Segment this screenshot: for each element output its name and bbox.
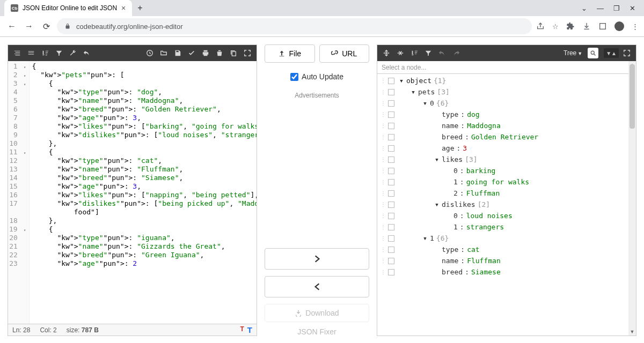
print-icon[interactable] xyxy=(200,47,211,59)
drag-handle-icon[interactable]: ⋮⋮ xyxy=(380,123,386,129)
redo-tree-icon[interactable] xyxy=(450,47,462,59)
tree-row[interactable]: ⋮⋮type : cat xyxy=(377,244,636,255)
chevron-down-icon[interactable]: ⌄ xyxy=(581,4,587,12)
scroll-down-icon[interactable]: ▼ xyxy=(628,328,636,335)
tree-row[interactable]: ⋮⋮type : dog xyxy=(377,109,636,120)
format-icon[interactable] xyxy=(11,47,23,59)
transfer-right-button[interactable] xyxy=(265,248,369,270)
drag-handle-icon[interactable]: ⋮⋮ xyxy=(380,145,386,151)
transfer-left-button[interactable] xyxy=(265,276,369,297)
download-icon[interactable] xyxy=(582,22,591,31)
drag-handle-icon[interactable]: ⋮⋮ xyxy=(380,111,386,117)
copy-icon[interactable] xyxy=(228,47,239,59)
file-button[interactable]: File xyxy=(265,44,315,63)
drag-handle-icon[interactable]: ⋮⋮ xyxy=(380,134,386,140)
tree-row[interactable]: ⋮⋮name : Maddogna xyxy=(377,120,636,131)
scroll-thumb[interactable] xyxy=(630,64,635,129)
sort-tree-icon[interactable] xyxy=(408,47,420,59)
compact-icon[interactable] xyxy=(25,47,37,59)
tree-checkbox[interactable] xyxy=(388,213,394,219)
tree-view[interactable]: ⋮⋮▼object {1}⋮⋮▼pets [3]⋮⋮▼0 {6}⋮⋮type :… xyxy=(377,74,636,335)
tree-checkbox[interactable] xyxy=(388,100,394,107)
drag-handle-icon[interactable]: ⋮⋮ xyxy=(380,179,386,185)
tree-row[interactable]: ⋮⋮breed : Siamese xyxy=(377,266,636,278)
node-path-input[interactable]: Select a node... xyxy=(377,61,636,74)
json-fixer-link[interactable]: JSON Fixer xyxy=(265,327,369,336)
tree-row[interactable]: ⋮⋮▼1 {6} xyxy=(377,233,636,244)
tree-row[interactable]: ⋮⋮age : 3 xyxy=(377,143,636,154)
tree-row[interactable]: ⋮⋮2 : Fluffman xyxy=(377,188,636,199)
tree-checkbox[interactable] xyxy=(388,179,394,185)
undo-tree-icon[interactable] xyxy=(436,47,448,59)
save-icon[interactable] xyxy=(172,47,184,59)
extensions-icon[interactable] xyxy=(566,22,575,31)
tree-checkbox[interactable] xyxy=(388,269,394,275)
download-button[interactable]: Download xyxy=(265,304,369,322)
tree-row[interactable]: ⋮⋮1 : going for walks xyxy=(377,176,636,188)
tree-row[interactable]: ⋮⋮▼likes [3] xyxy=(377,154,636,165)
mode-dropdown[interactable]: Tree▼ xyxy=(560,49,586,57)
tree-row[interactable]: ⋮⋮▼dislikes [2] xyxy=(377,199,636,210)
drag-handle-icon[interactable]: ⋮⋮ xyxy=(380,202,386,207)
drag-handle-icon[interactable]: ⋮⋮ xyxy=(380,89,386,95)
tree-row[interactable]: ⋮⋮▼0 {6} xyxy=(377,98,636,109)
tree-checkbox[interactable] xyxy=(388,224,394,230)
tree-row[interactable]: ⋮⋮0 : barking xyxy=(377,165,636,176)
drag-handle-icon[interactable]: ⋮⋮ xyxy=(380,247,386,252)
reload-button[interactable]: ⟳ xyxy=(40,21,53,32)
tree-checkbox[interactable] xyxy=(388,168,394,174)
auto-update-checkbox[interactable] xyxy=(290,73,298,81)
drag-handle-icon[interactable]: ⋮⋮ xyxy=(380,258,386,264)
repair-icon[interactable] xyxy=(67,47,79,59)
tree-checkbox[interactable] xyxy=(388,89,394,95)
tree-scrollbar[interactable]: ▲ ▼ xyxy=(628,61,636,335)
drag-handle-icon[interactable]: ⋮⋮ xyxy=(380,190,386,196)
delete-icon[interactable] xyxy=(214,47,225,59)
caret-icon[interactable]: ▼ xyxy=(422,101,428,106)
drag-handle-icon[interactable]: ⋮⋮ xyxy=(380,235,386,241)
caret-icon[interactable]: ▼ xyxy=(411,90,416,95)
tree-checkbox[interactable] xyxy=(388,145,394,152)
caret-icon[interactable]: ▼ xyxy=(399,78,404,84)
star-icon[interactable]: ☆ xyxy=(552,23,559,31)
tree-row[interactable]: ⋮⋮1 : strangers xyxy=(377,221,636,233)
tree-row[interactable]: ⋮⋮0 : loud noises xyxy=(377,210,636,221)
caret-icon[interactable]: ▼ xyxy=(434,202,440,207)
undo-icon[interactable] xyxy=(81,47,93,59)
url-bar[interactable]: codebeautify.org/online-json-editor xyxy=(57,18,532,34)
minimize-icon[interactable]: — xyxy=(597,4,604,12)
tree-checkbox[interactable] xyxy=(388,123,394,129)
drag-handle-icon[interactable]: ⋮⋮ xyxy=(380,78,386,84)
tree-row[interactable]: ⋮⋮breed : Golden Retriever xyxy=(377,131,636,143)
back-button[interactable]: ← xyxy=(5,21,18,31)
account-icon[interactable] xyxy=(598,22,607,31)
tree-checkbox[interactable] xyxy=(388,78,394,84)
tree-row[interactable]: ⋮⋮▼object {1} xyxy=(377,75,636,86)
caret-icon[interactable]: ▼ xyxy=(434,157,440,162)
auto-update-row[interactable]: Auto Update xyxy=(265,72,369,81)
text-small-icon[interactable]: T xyxy=(240,325,244,334)
text-large-icon[interactable]: T xyxy=(247,325,252,334)
drag-handle-icon[interactable]: ⋮⋮ xyxy=(380,213,386,219)
fullscreen-tree-icon[interactable] xyxy=(621,47,633,59)
code-editor[interactable]: 1 ▾2 ▾3 ▾4 5 6 7 8 9 10 11 ▾12 13 14 15 … xyxy=(8,61,257,324)
tree-checkbox[interactable] xyxy=(388,258,394,264)
drag-handle-icon[interactable]: ⋮⋮ xyxy=(380,269,386,275)
profile-icon[interactable] xyxy=(614,21,624,31)
share-icon[interactable] xyxy=(536,22,545,31)
expand-all-icon[interactable] xyxy=(380,47,392,59)
forward-button[interactable]: → xyxy=(23,21,35,31)
drag-handle-icon[interactable]: ⋮⋮ xyxy=(380,156,386,162)
menu-icon[interactable]: ⋮ xyxy=(632,23,639,31)
tree-row[interactable]: ⋮⋮name : Fluffman xyxy=(377,255,636,266)
close-window-icon[interactable]: ✕ xyxy=(630,4,635,12)
maximize-icon[interactable]: ❐ xyxy=(613,4,620,12)
collapse-all-icon[interactable] xyxy=(394,47,406,59)
caret-icon[interactable]: ▼ xyxy=(422,236,428,241)
fullscreen-icon[interactable] xyxy=(241,47,253,59)
tree-checkbox[interactable] xyxy=(388,134,394,140)
tree-checkbox[interactable] xyxy=(388,235,394,242)
tree-checkbox[interactable] xyxy=(388,247,394,253)
tree-checkbox[interactable] xyxy=(388,202,394,208)
tree-checkbox[interactable] xyxy=(388,111,394,118)
